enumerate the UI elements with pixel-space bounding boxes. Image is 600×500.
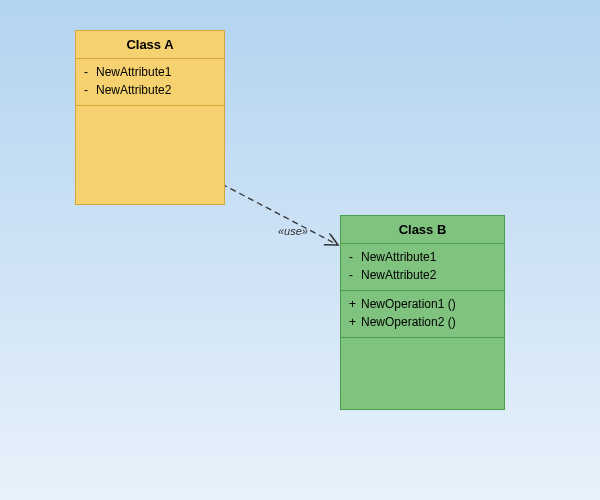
visibility-marker: - xyxy=(84,83,96,97)
class-b-operations: +NewOperation1 () +NewOperation2 () xyxy=(341,291,504,338)
class-b-box[interactable]: Class B -NewAttribute1 -NewAttribute2 +N… xyxy=(340,215,505,410)
class-b-attr-row[interactable]: -NewAttribute1 xyxy=(349,248,496,266)
class-a-attr-row[interactable]: -NewAttribute1 xyxy=(84,63,216,81)
visibility-marker: - xyxy=(84,65,96,79)
class-b-op-row[interactable]: +NewOperation1 () xyxy=(349,295,496,313)
attr-name: NewAttribute1 xyxy=(361,250,436,264)
visibility-marker: - xyxy=(349,250,361,264)
visibility-marker: + xyxy=(349,297,361,311)
class-b-title: Class B xyxy=(341,216,504,244)
op-name: NewOperation1 () xyxy=(361,297,456,311)
class-b-attr-row[interactable]: -NewAttribute2 xyxy=(349,266,496,284)
class-a-box[interactable]: Class A -NewAttribute1 -NewAttribute2 xyxy=(75,30,225,205)
visibility-marker: + xyxy=(349,315,361,329)
relationship-stereotype: «use» xyxy=(278,225,308,237)
op-name: NewOperation2 () xyxy=(361,315,456,329)
class-a-operations xyxy=(76,106,224,204)
class-b-attributes: -NewAttribute1 -NewAttribute2 xyxy=(341,244,504,291)
class-a-title: Class A xyxy=(76,31,224,59)
attr-name: NewAttribute2 xyxy=(96,83,171,97)
visibility-marker: - xyxy=(349,268,361,282)
attr-name: NewAttribute1 xyxy=(96,65,171,79)
class-b-op-row[interactable]: +NewOperation2 () xyxy=(349,313,496,331)
attr-name: NewAttribute2 xyxy=(361,268,436,282)
class-a-attr-row[interactable]: -NewAttribute2 xyxy=(84,81,216,99)
class-a-attributes: -NewAttribute1 -NewAttribute2 xyxy=(76,59,224,106)
class-b-extra xyxy=(341,338,504,409)
